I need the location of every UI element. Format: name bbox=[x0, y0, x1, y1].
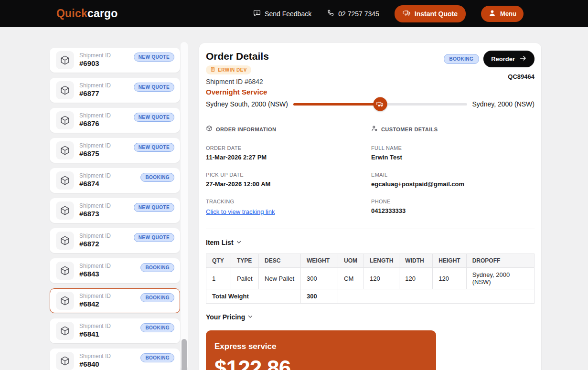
cell-height: 120 bbox=[433, 268, 466, 289]
package-icon bbox=[56, 141, 74, 159]
shipment-id-value: #6840 bbox=[79, 360, 111, 369]
package-icon bbox=[56, 201, 74, 220]
shipment-list-item-selected[interactable]: Shipment ID#6842 BOOKING bbox=[50, 288, 180, 313]
email-value: egcaluag+postpaid@gmail.com bbox=[371, 180, 535, 188]
order-status-badge: BOOKING bbox=[444, 54, 480, 64]
shipment-id-value: #6872 bbox=[79, 240, 111, 249]
shipment-list-item[interactable]: Shipment ID#6875 NEW QUOTE bbox=[50, 138, 180, 163]
order-details-panel: Order Details ERWIN DEV Shipment ID #684… bbox=[199, 43, 541, 370]
shipment-list-item[interactable]: Shipment ID#6873 NEW QUOTE bbox=[50, 198, 180, 223]
cell-type: Pallet bbox=[231, 268, 259, 289]
arrow-right-icon bbox=[519, 54, 527, 63]
phone-number: 02 7257 7345 bbox=[338, 10, 379, 18]
package-icon bbox=[56, 232, 74, 250]
shipment-id-value: #6877 bbox=[79, 89, 111, 98]
pickup-date-value: 27-Mar-2026 12:00 AM bbox=[206, 180, 371, 188]
status-badge: NEW QUOTE bbox=[134, 233, 174, 242]
shipment-id-label: Shipment ID bbox=[79, 293, 111, 300]
status-badge: BOOKING bbox=[140, 293, 174, 302]
status-badge: NEW QUOTE bbox=[134, 143, 174, 152]
pickup-date-label: PICK UP DATE bbox=[206, 172, 371, 178]
reorder-button[interactable]: Reorder bbox=[483, 51, 535, 67]
shipment-list-item[interactable]: Shipment ID#6903 NEW QUOTE bbox=[50, 48, 180, 73]
menu-button[interactable]: Menu bbox=[481, 6, 524, 22]
status-badge: BOOKING bbox=[140, 263, 174, 272]
package-icon bbox=[56, 171, 74, 190]
sidebar-scrollbar-thumb[interactable] bbox=[182, 339, 187, 370]
menu-label: Menu bbox=[500, 10, 516, 17]
shipment-id-value: #6841 bbox=[79, 330, 111, 339]
instant-quote-button[interactable]: Instant Quote bbox=[395, 5, 466, 22]
quote-reference: QC89464 bbox=[444, 73, 535, 80]
cell-length: 120 bbox=[364, 268, 399, 289]
shipment-id-label: Shipment ID bbox=[79, 263, 111, 270]
full-name-label: FULL NAME bbox=[371, 145, 535, 151]
shipment-id-value: #6874 bbox=[79, 180, 111, 189]
full-name-value: Erwin Test bbox=[371, 154, 535, 161]
send-feedback-label: Send Feedback bbox=[265, 10, 311, 18]
route-destination: Sydney, 2000 (NSW) bbox=[472, 100, 535, 108]
status-badge: NEW QUOTE bbox=[134, 203, 174, 212]
route-origin: Sydney South, 2000 (NSW) bbox=[206, 100, 288, 108]
sidebar-scrollbar-track bbox=[181, 42, 188, 370]
cell-weight: 300 bbox=[301, 268, 338, 289]
email-label: EMAIL bbox=[371, 172, 535, 178]
environment-badge-label: ERWIN DEV bbox=[218, 67, 247, 73]
shipment-list-item[interactable]: Shipment ID#6877 NEW QUOTE bbox=[50, 78, 180, 103]
phone-value: 0412333333 bbox=[371, 207, 535, 214]
user-cog-icon bbox=[371, 125, 378, 134]
shipment-id-label: Shipment ID bbox=[79, 142, 111, 149]
column-header: DESC bbox=[259, 254, 301, 268]
shipment-list-item[interactable]: Shipment ID#6840 BOOKING bbox=[50, 349, 180, 370]
shipment-id-value: #6843 bbox=[79, 270, 111, 279]
shipment-list-item[interactable]: Shipment ID#6874 BOOKING bbox=[50, 168, 180, 193]
total-row-spacer bbox=[338, 289, 535, 304]
route-progress: Sydney South, 2000 (NSW) Sydney, 2000 (N… bbox=[206, 100, 535, 108]
status-badge: NEW QUOTE bbox=[134, 113, 174, 122]
section-divider bbox=[206, 229, 535, 229]
shipment-id-label: Shipment ID bbox=[79, 52, 111, 59]
shipment-id-label: Shipment ID bbox=[79, 233, 111, 240]
pricing-service-name: Express service bbox=[214, 342, 428, 351]
status-badge: BOOKING bbox=[140, 173, 174, 182]
phone-link[interactable]: 02 7257 7345 bbox=[327, 9, 379, 18]
your-pricing-toggle[interactable]: Your Pricing bbox=[206, 313, 253, 321]
column-header: LENGTH bbox=[364, 254, 399, 268]
truck-progress-marker bbox=[373, 97, 387, 111]
pricing-card: Express service $122.86 Flat rate 1 Tonn… bbox=[206, 330, 436, 370]
route-progress-fill bbox=[293, 103, 380, 106]
shipment-id-label: Shipment ID bbox=[79, 112, 111, 119]
shipment-list-item[interactable]: Shipment ID#6876 NEW QUOTE bbox=[50, 108, 180, 133]
send-feedback-link[interactable]: Send Feedback bbox=[253, 9, 311, 18]
cell-uom: CM bbox=[338, 268, 364, 289]
table-row: 1 Pallet New Pallet 300 CM 120 120 120 S… bbox=[206, 268, 535, 289]
shipment-list-item[interactable]: Shipment ID#6872 NEW QUOTE bbox=[50, 228, 180, 253]
item-list-toggle[interactable]: Item List bbox=[206, 238, 242, 247]
tracking-link[interactable]: Click to view tracking link bbox=[206, 208, 275, 215]
column-header: QTY bbox=[206, 254, 231, 268]
user-icon bbox=[488, 9, 496, 19]
top-bar: Quickcargo Send Feedback 02 7257 7345 bbox=[0, 0, 588, 27]
shipment-id-label: Shipment ID bbox=[79, 353, 111, 360]
shipment-id-label: Shipment ID bbox=[79, 323, 111, 330]
customer-details-section: CUSTOMER DETAILS FULL NAME Erwin Test EM… bbox=[371, 125, 535, 227]
shipment-id-label: Shipment ID bbox=[79, 202, 111, 210]
status-badge: BOOKING bbox=[140, 353, 174, 362]
status-badge: NEW QUOTE bbox=[134, 53, 174, 62]
reorder-label: Reorder bbox=[491, 55, 515, 63]
package-icon bbox=[206, 125, 213, 134]
cell-dropoff: Sydney, 2000 (NSW) bbox=[466, 268, 534, 289]
chevron-down-icon bbox=[247, 313, 253, 321]
item-list-title: Item List bbox=[206, 239, 234, 246]
truck-icon bbox=[403, 9, 411, 19]
price-amount: $122.86 bbox=[214, 355, 290, 370]
chevron-down-icon bbox=[236, 238, 242, 247]
shipment-id-label: Shipment ID bbox=[79, 172, 111, 180]
shipment-list-item[interactable]: Shipment ID#6841 BOOKING bbox=[50, 318, 180, 343]
item-list-table: QTY TYPE DESC WEIGHT UOM LENGTH WIDTH HE… bbox=[206, 254, 535, 304]
column-header: WIDTH bbox=[399, 254, 433, 268]
package-icon bbox=[56, 352, 74, 370]
quickcargo-logo[interactable]: Quickcargo bbox=[56, 7, 118, 20]
shipment-id-value: #6876 bbox=[79, 119, 111, 128]
shipment-list-item[interactable]: Shipment ID#6843 BOOKING bbox=[50, 258, 180, 283]
